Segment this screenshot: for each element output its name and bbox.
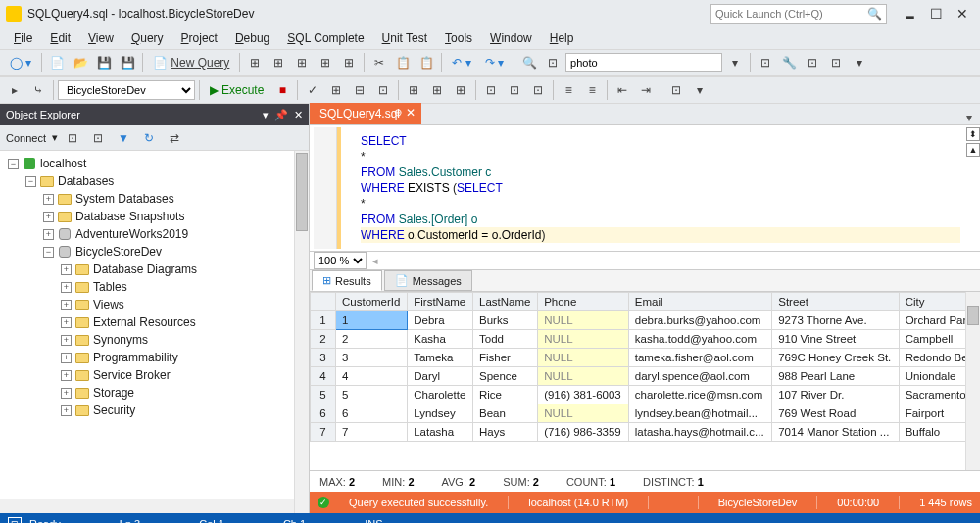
execute-button[interactable]: ▶ Execute — [204, 79, 270, 101]
ext-icon-3[interactable]: ⊡ — [825, 52, 847, 73]
menu-view[interactable]: View — [80, 29, 122, 47]
menu-project[interactable]: Project — [173, 29, 225, 47]
tab-pin-icon[interactable]: ⊕ — [394, 107, 402, 118]
more-icon[interactable]: ▾ — [724, 52, 746, 73]
undo-icon[interactable]: ↶ ▾ — [446, 52, 476, 73]
col-email[interactable]: Email — [628, 293, 771, 311]
table-row[interactable]: 2 2 KashaTodd NULL kasha.todd@yahoo.com9… — [311, 330, 980, 349]
new-query-button[interactable]: 📄 New Query — [147, 52, 235, 73]
oe-close-icon[interactable]: ✕ — [294, 109, 303, 121]
tree-sbroker[interactable]: +Service Broker — [2, 366, 307, 384]
attach-icon[interactable]: ⤷ — [27, 79, 49, 101]
tree-security[interactable]: +Security — [2, 402, 307, 419]
group-icon-3[interactable]: ⊞ — [450, 79, 471, 101]
tree-storage[interactable]: +Storage — [2, 384, 307, 402]
indent-icon-1[interactable]: ≡ — [558, 79, 579, 101]
tree-bicycle[interactable]: −BicycleStoreDev — [2, 243, 307, 261]
table-row[interactable]: 4 4 DarylSpence NULL daryl.spence@aol.co… — [311, 367, 980, 386]
menu-file[interactable]: File — [6, 29, 40, 47]
col-lastname[interactable]: LastName — [473, 293, 538, 311]
menu-query[interactable]: Query — [123, 29, 172, 47]
col-phone[interactable]: Phone — [538, 293, 629, 311]
zoom-dropdown[interactable]: 100 % — [314, 252, 367, 269]
tree-views[interactable]: +Views — [2, 296, 307, 313]
col-customerid[interactable]: CustomerId — [336, 293, 408, 311]
connect-dd-icon[interactable]: ▾ — [52, 131, 58, 144]
table-row[interactable]: 3 3 TamekaFisher NULL tameka.fisher@aol.… — [311, 349, 980, 367]
results-grid[interactable]: CustomerId FirstName LastName Phone Emai… — [310, 292, 980, 470]
db-icon-3[interactable]: ⊞ — [291, 52, 313, 73]
group-icon-2[interactable]: ⊞ — [426, 79, 448, 101]
db-icon-1[interactable]: ⊞ — [244, 52, 266, 73]
back-button[interactable]: ◯ ▾ — [4, 52, 37, 73]
table-row[interactable]: 6 6 LyndseyBean NULL lyndsey.bean@hotmai… — [311, 404, 980, 423]
plan-icon-1[interactable]: ⊞ — [325, 79, 347, 101]
new-project-icon[interactable]: 📄 — [46, 52, 68, 73]
db-icon-4[interactable]: ⊞ — [315, 52, 336, 73]
grid-scrollbar[interactable] — [965, 292, 980, 470]
check-icon[interactable]: ✓ — [302, 79, 323, 101]
tree-server[interactable]: −localhost — [2, 155, 307, 172]
plan-icon-2[interactable]: ⊟ — [349, 79, 370, 101]
menu-debug[interactable]: Debug — [227, 29, 277, 47]
database-dropdown[interactable]: BicycleStoreDev — [58, 80, 195, 100]
paste-icon[interactable]: 📋 — [416, 52, 437, 73]
minimize-icon[interactable]: 🗕 — [903, 6, 916, 22]
oe-tb-icon-3[interactable]: ⇄ — [164, 127, 185, 149]
menu-help[interactable]: Help — [542, 29, 582, 47]
db-icon-2[interactable]: ⊞ — [268, 52, 289, 73]
save-all-icon[interactable]: 💾 — [117, 52, 138, 73]
split-icon[interactable]: ⬍ — [966, 127, 980, 141]
tree-databases[interactable]: −Databases — [2, 172, 307, 190]
final-dd-icon[interactable]: ▾ — [689, 79, 710, 101]
grp2-icon-1[interactable]: ⊡ — [480, 79, 502, 101]
tab-results[interactable]: ⊞Results — [312, 270, 382, 291]
tree-prog[interactable]: +Programmability — [2, 349, 307, 366]
tab-close-icon[interactable]: ✕ — [406, 106, 416, 119]
tab-sqlquery4[interactable]: SQLQuery4.sql ⊕ ✕ — [310, 103, 421, 124]
tree-synonyms[interactable]: +Synonyms — [2, 331, 307, 349]
tree-tables[interactable]: +Tables — [2, 278, 307, 296]
oe-tb-icon-1[interactable]: ⊡ — [62, 127, 83, 149]
table-row[interactable]: 7 7 LatashaHays (716) 986-3359 latasha.h… — [311, 423, 980, 442]
toolbar-search-input[interactable] — [565, 53, 722, 72]
stop-icon[interactable]: ■ — [271, 79, 293, 101]
debug-icon[interactable]: ▸ — [4, 79, 25, 101]
tree-extres[interactable]: +External Resources — [2, 313, 307, 331]
maximize-icon[interactable]: ☐ — [930, 6, 943, 22]
menu-sqlcomplete[interactable]: SQL Complete — [279, 29, 371, 47]
col-firstname[interactable]: FirstName — [408, 293, 473, 311]
grid-header-rownum[interactable] — [311, 293, 336, 311]
cut-icon[interactable]: ✂ — [368, 52, 390, 73]
tree-snapshots[interactable]: +Database Snapshots — [2, 208, 307, 225]
status-collapse-icon[interactable]: ⊡ — [8, 517, 22, 523]
outdent-icon[interactable]: ⇤ — [612, 79, 633, 101]
plan-icon-3[interactable]: ⊡ — [372, 79, 394, 101]
save-icon[interactable]: 💾 — [93, 52, 115, 73]
ext-icon-1[interactable]: ⊡ — [755, 52, 776, 73]
nav-up-icon[interactable]: ▲ — [966, 143, 980, 157]
indent-icon-2[interactable]: ≡ — [581, 79, 603, 101]
menu-unittest[interactable]: Unit Test — [374, 29, 435, 47]
object-explorer-tree[interactable]: −localhost −Databases +System Databases … — [0, 151, 309, 513]
oe-tb-icon-2[interactable]: ⊡ — [87, 127, 109, 149]
oe-filter-icon[interactable]: ▼ — [113, 127, 134, 149]
menu-window[interactable]: Window — [482, 29, 540, 47]
sql-editor[interactable]: SELECT * FROM Sales.Customer c WHERE EXI… — [337, 127, 980, 249]
final-icon[interactable]: ⊡ — [665, 79, 687, 101]
indent-icon[interactable]: ⇥ — [635, 79, 657, 101]
table-row[interactable]: 1 1 DebraBurks NULL debra.burks@yahoo.co… — [311, 311, 980, 330]
tabs-overflow-icon[interactable]: ▾ — [958, 111, 980, 124]
table-row[interactable]: 5 5 CharoletteRice (916) 381-6003 charol… — [311, 386, 980, 404]
oe-pin-icon[interactable]: 📌 — [274, 109, 288, 121]
grp2-icon-3[interactable]: ⊡ — [527, 79, 549, 101]
connect-label[interactable]: Connect — [6, 132, 46, 144]
open-icon[interactable]: 📂 — [70, 52, 91, 73]
obj-icon[interactable]: ⊡ — [542, 52, 564, 73]
quick-launch-box[interactable]: 🔍 — [710, 4, 887, 24]
menu-tools[interactable]: Tools — [437, 29, 480, 47]
oe-dropdown-icon[interactable]: ▾ — [263, 109, 269, 121]
group-icon-1[interactable]: ⊞ — [403, 79, 424, 101]
redo-icon[interactable]: ↷ ▾ — [479, 52, 510, 73]
wrench-icon[interactable]: 🔧 — [778, 52, 800, 73]
